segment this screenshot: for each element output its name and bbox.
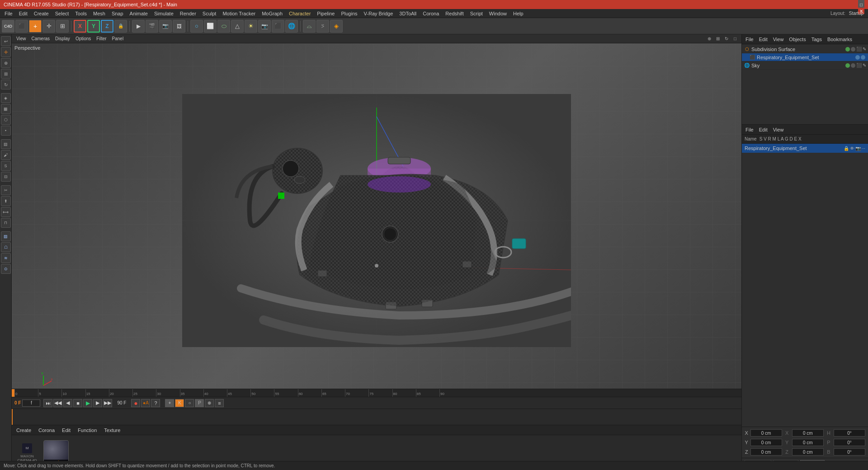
obj-menu-view[interactable]: View [771, 36, 786, 42]
vp-menu-display[interactable]: Display [53, 36, 72, 42]
toolbar-array[interactable]: ◈ [330, 20, 343, 33]
coord-x-pos[interactable] [750, 429, 782, 437]
obj-menu-tags[interactable]: Tags [810, 36, 824, 42]
menu-render[interactable]: Render [177, 10, 199, 17]
menu-edit[interactable]: Edit [16, 10, 30, 17]
menu-tools[interactable]: Tools [72, 10, 90, 17]
toolbar-render-region[interactable]: 🖼 [173, 20, 185, 33]
toolbar-camera[interactable]: 📷 [258, 20, 271, 33]
question-button[interactable]: ? [151, 399, 160, 407]
obj-menu-bookmarks[interactable]: Bookmarks [826, 36, 854, 42]
keyframe-circle-btn[interactable]: ○ [185, 399, 194, 407]
tool-texture[interactable]: ▤ [1, 139, 11, 149]
tool-point[interactable]: • [1, 126, 11, 136]
menu-animate[interactable]: Animate [127, 10, 151, 17]
play-forward-end-button[interactable]: ▶▶ [103, 399, 112, 407]
toolbar-render-active[interactable]: 🎬 [146, 20, 158, 33]
tool-bridge[interactable]: ⟷ [1, 207, 11, 217]
toolbar-render-all[interactable]: 📷 [159, 20, 172, 33]
coord-x-rot[interactable] [792, 429, 824, 437]
tool-live-select[interactable]: ✛ [1, 47, 11, 57]
tool-stitch[interactable]: ⊓ [1, 218, 11, 228]
toolbar-sky[interactable]: 🌐 [285, 20, 298, 33]
toolbar-cylinder[interactable]: ⬭ [217, 20, 230, 33]
stop-button[interactable]: ■ [73, 399, 82, 407]
vp-ctrl-maximize[interactable]: □ [731, 35, 739, 42]
toolbar-render-preview[interactable]: ▶ [132, 20, 145, 33]
record-auto-button[interactable]: ●A [141, 399, 150, 407]
maximize-button[interactable]: □ [858, 1, 864, 8]
toolbar-cube[interactable]: ⬜ [204, 20, 217, 33]
menu-mograph[interactable]: MoGraph [259, 10, 285, 17]
tool-extrude[interactable]: ⬆ [1, 196, 11, 206]
attr-menu-edit[interactable]: Edit [757, 127, 769, 133]
keyframe-p-btn[interactable]: P [195, 399, 204, 407]
mat-menu-texture[interactable]: Texture [102, 427, 122, 434]
tool-poly[interactable]: ▦ [1, 104, 11, 114]
vp-menu-options[interactable]: Options [74, 36, 93, 42]
toolbar-axis-z[interactable]: Z [101, 20, 113, 33]
menu-snap[interactable]: Snap [109, 10, 126, 17]
object-row-sky[interactable]: 🌐 Sky ⬛ ✎ [742, 61, 868, 70]
object-row-subdivision[interactable]: ⬡ Subdivision Surface ⬛ ✎ [742, 45, 868, 53]
attr-menu-view[interactable]: View [771, 127, 786, 133]
menu-motion-tracker[interactable]: Motion Tracker [220, 10, 258, 17]
coord-y-rot[interactable] [792, 439, 824, 446]
vp-ctrl-zoom[interactable]: ⊞ [714, 35, 722, 42]
menu-3dtoall[interactable]: 3DToAll [396, 10, 419, 17]
tool-sculpt-smooth[interactable]: ≋ [1, 253, 11, 263]
toolbar-axis-y[interactable]: Y [87, 20, 100, 33]
menu-vray[interactable]: V-Ray Bridge [361, 10, 396, 17]
coord-y-pos[interactable] [750, 439, 782, 446]
mat-menu-create[interactable]: Create [14, 427, 33, 434]
tool-sculpt-subdivide[interactable]: ▨ [1, 231, 11, 241]
mat-menu-function[interactable]: Function [76, 427, 99, 434]
coord-h-val[interactable] [834, 429, 865, 437]
layout-value[interactable]: Startup [849, 11, 866, 16]
toolbar-select-btn[interactable]: + [29, 20, 42, 33]
tool-edge[interactable]: ⬡ [1, 115, 11, 125]
toolbar-move-btn[interactable]: ✛ [42, 20, 55, 33]
viewport[interactable]: View Cameras Display Options Filter Pane… [12, 34, 741, 389]
menu-help[interactable]: Help [510, 10, 526, 17]
obj-menu-edit[interactable]: Edit [757, 36, 769, 42]
tool-scale[interactable]: ⊞ [1, 69, 11, 79]
menu-plugins[interactable]: Plugins [338, 10, 360, 17]
record-button[interactable]: ● [131, 399, 140, 407]
menu-corona[interactable]: Corona [420, 10, 442, 17]
play-reverse-button[interactable]: ◀◀ [53, 399, 62, 407]
frame-input[interactable] [22, 400, 40, 407]
play-to-end-button[interactable]: ⏭ [43, 399, 52, 407]
selected-object-row[interactable]: Respiratory_Equipment_Set 🔒 👁 📷 ··· [742, 144, 868, 153]
tool-move[interactable]: ⊕ [1, 58, 11, 68]
play-button[interactable]: ▶ [83, 399, 92, 407]
toolbar-light[interactable]: ☀ [245, 20, 257, 33]
vp-menu-filter[interactable]: Filter [94, 36, 108, 42]
timeline-settings-btn[interactable]: ≡ [215, 399, 224, 407]
menu-sculpt[interactable]: Sculpt [200, 10, 219, 17]
menu-file[interactable]: File [2, 10, 15, 17]
attr-menu-file[interactable]: File [744, 127, 755, 133]
tool-sculpt-grab[interactable]: ☖ [1, 242, 11, 252]
object-row-respiratory[interactable]: ⬛ Respiratory_Equipment_Set [742, 53, 868, 61]
toolbar-lock-btn[interactable]: 🔒 [114, 20, 127, 33]
menu-window[interactable]: Window [486, 10, 509, 17]
tool-sculpt-inflate[interactable]: ⊙ [1, 264, 11, 274]
toolbar-mode-btn[interactable]: C4D [2, 20, 14, 33]
coord-z-pos[interactable] [750, 448, 782, 456]
toolbar-spline[interactable]: ⌓ [303, 20, 316, 33]
keyframe-pos-btn[interactable]: + [165, 399, 174, 407]
tool-model[interactable]: ◈ [1, 93, 11, 103]
menu-create[interactable]: Create [31, 10, 52, 17]
menu-select[interactable]: Select [52, 10, 72, 17]
timeline-track[interactable] [12, 409, 741, 425]
menu-character[interactable]: Character [286, 10, 313, 17]
keyframe-orange-btn[interactable]: K [175, 399, 184, 407]
tool-knife[interactable]: ✂ [1, 185, 11, 195]
toolbar-scale-btn[interactable]: ⊞ [56, 20, 69, 33]
tool-snap[interactable]: S [1, 161, 11, 171]
mat-menu-corona[interactable]: Corona [37, 427, 57, 434]
toolbar-sphere[interactable]: ○ [190, 20, 203, 33]
toolbar-deformer[interactable]: ⍩ [316, 20, 329, 33]
tool-workplane[interactable]: ⊟ [1, 172, 11, 182]
